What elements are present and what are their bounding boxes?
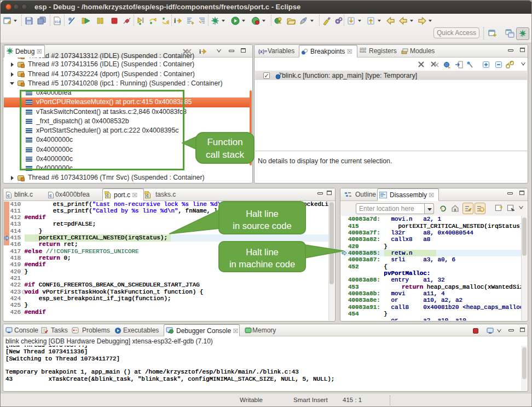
svg-text:i: i [174, 17, 176, 25]
svg-text:c: c [49, 193, 52, 198]
svg-text:010: 010 [55, 20, 61, 24]
svg-text:i: i [199, 48, 201, 55]
svg-text:c: c [7, 193, 10, 198]
